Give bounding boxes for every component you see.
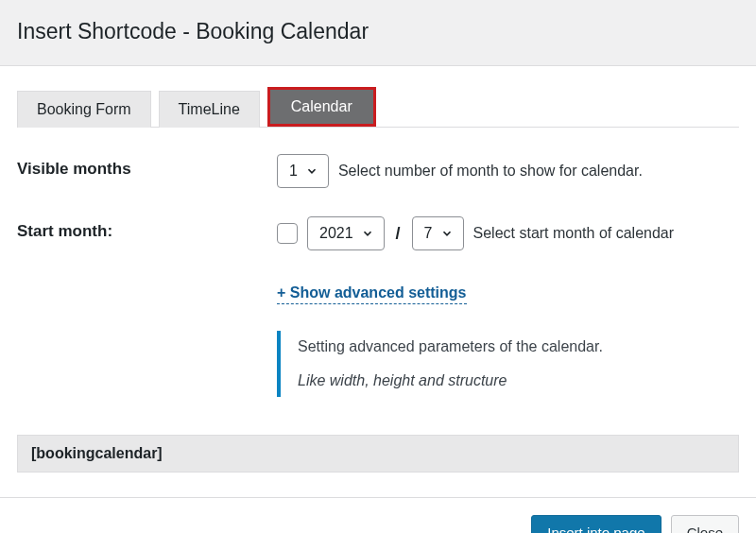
- chevron-down-icon: [440, 227, 454, 240]
- date-separator: /: [394, 224, 403, 244]
- visible-months-select[interactable]: 1: [277, 154, 329, 188]
- start-month-label: Start month:: [17, 216, 277, 241]
- close-button[interactable]: Close: [671, 515, 739, 533]
- advanced-desc-2: Like width, height and structure: [298, 372, 603, 389]
- row-visible-months: Visible months 1 Select number of month …: [17, 154, 739, 188]
- row-start-month: Start month: 2021 / 7: [17, 216, 739, 406]
- visible-months-value: 1: [289, 163, 298, 180]
- shortcode-output[interactable]: [bookingcalendar]: [17, 435, 739, 473]
- dialog-title: Insert Shortcode - Booking Calendar: [17, 19, 739, 44]
- chevron-down-icon: [305, 164, 318, 178]
- visible-months-controls: 1 Select number of month to show for cal…: [277, 154, 739, 188]
- start-month-select[interactable]: 7: [412, 216, 464, 250]
- advanced-desc-1: Setting advanced parameters of the calen…: [298, 338, 603, 355]
- chevron-down-icon: [361, 227, 374, 240]
- start-year-value: 2021: [319, 225, 353, 242]
- start-month-line: 2021 / 7 Select start month o: [277, 216, 674, 250]
- insert-button[interactable]: Insert into page: [531, 515, 661, 533]
- dialog-footer: Insert into page Close: [0, 497, 756, 533]
- advanced-settings-link[interactable]: + Show advanced settings: [277, 284, 467, 304]
- start-year-select[interactable]: 2021: [307, 216, 385, 250]
- start-month-value: 7: [424, 225, 433, 242]
- tab-booking-form[interactable]: Booking Form: [17, 91, 151, 128]
- tab-timeline[interactable]: TimeLine: [159, 91, 260, 128]
- tab-calendar[interactable]: Calendar: [267, 87, 376, 127]
- start-month-hint: Select start month of calendar: [473, 225, 675, 242]
- start-month-checkbox[interactable]: [277, 223, 298, 244]
- dialog-body: Booking Form TimeLine Calendar Visible m…: [0, 66, 756, 406]
- start-month-controls: 2021 / 7 Select start month o: [277, 216, 739, 406]
- tabs: Booking Form TimeLine Calendar: [17, 87, 739, 128]
- advanced-info-box: Setting advanced parameters of the calen…: [277, 331, 603, 397]
- form-area: Visible months 1 Select number of month …: [17, 128, 739, 406]
- dialog: Insert Shortcode - Booking Calendar Book…: [0, 0, 756, 533]
- visible-months-hint: Select number of month to show for calen…: [338, 163, 643, 180]
- dialog-header: Insert Shortcode - Booking Calendar: [0, 0, 756, 66]
- visible-months-label: Visible months: [17, 154, 277, 179]
